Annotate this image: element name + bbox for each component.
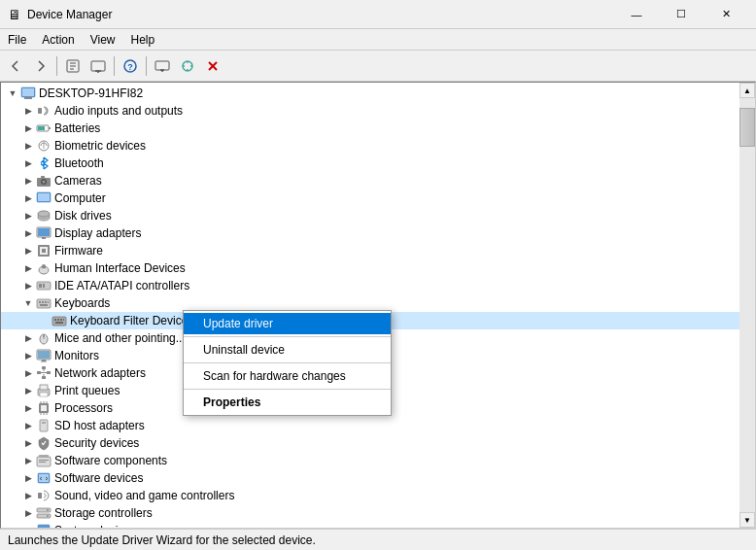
help-button[interactable]: ? (119, 54, 142, 78)
list-item[interactable]: ▶ Storage controllers (1, 504, 739, 522)
list-item[interactable]: ▶ Software components (1, 452, 739, 469)
item-label: Processors (54, 401, 113, 415)
list-item[interactable]: ▶ Biometric devices (1, 137, 739, 155)
list-item[interactable]: ▶ Cameras (1, 172, 739, 189)
expand-icon: ▶ (20, 278, 36, 293)
properties-label: Properties (203, 395, 260, 409)
expand-icon: ▶ (20, 103, 36, 119)
tree-root[interactable]: ▼ DESKTOP-91HFI82 (1, 85, 739, 102)
menu-view[interactable]: View (83, 31, 123, 49)
scrollbar[interactable]: ▲ ▼ (739, 83, 755, 528)
hid-icon (36, 260, 52, 276)
scan-changes-button[interactable] (176, 54, 199, 78)
status-text: Launches the Update Driver Wizard for th… (8, 533, 316, 547)
svg-rect-49 (48, 301, 49, 303)
item-label: Sound, video and game controllers (54, 489, 234, 502)
expand-icon: ▶ (20, 418, 36, 433)
forward-button[interactable] (29, 54, 52, 78)
svg-rect-46 (39, 301, 41, 303)
app-icon: 🖥 (8, 7, 21, 22)
system-icon (36, 523, 52, 529)
item-label: Storage controllers (54, 506, 153, 520)
context-menu-update-driver[interactable]: Update driver (184, 313, 391, 334)
close-button[interactable]: ✕ (704, 0, 748, 29)
list-item[interactable]: ▶ Batteries (1, 120, 739, 137)
list-item[interactable]: ▶ System devices (1, 522, 739, 529)
menu-file[interactable]: File (0, 31, 34, 49)
svg-rect-16 (24, 97, 32, 99)
expand-icon: ▶ (20, 400, 36, 416)
tree-root-label: DESKTOP-91HFI82 (39, 86, 143, 100)
item-label: SD host adapters (54, 419, 145, 432)
scroll-up-button[interactable]: ▲ (739, 83, 755, 98)
svg-rect-87 (39, 460, 49, 461)
monitor-icon (36, 348, 52, 363)
item-label: Security devices (54, 436, 139, 450)
update-driver-label: Update driver (203, 317, 273, 330)
remove-device-button[interactable] (201, 54, 224, 78)
menu-action[interactable]: Action (34, 31, 82, 49)
expand-icon: ▼ (20, 295, 36, 311)
context-menu-scan[interactable]: Scan for hardware changes (184, 365, 391, 387)
display-devices-button[interactable] (151, 54, 174, 78)
list-item[interactable]: ▶ Sound, video and game controllers (1, 487, 739, 504)
back-button[interactable] (4, 54, 27, 78)
list-item[interactable]: ▶ Audio inputs and outputs (1, 102, 739, 120)
svg-point-97 (41, 528, 47, 529)
svg-rect-53 (57, 319, 59, 321)
item-label: Disk drives (54, 209, 112, 223)
item-label: Computer (54, 191, 106, 205)
scrollbar-thumb[interactable] (739, 108, 755, 147)
tree-view[interactable]: ▼ DESKTOP-91HFI82 ▶ Audio inputs and out… (0, 82, 756, 529)
toolbar-sep-2 (114, 56, 115, 76)
list-item[interactable]: ▶ Human Interface Devices (1, 259, 739, 277)
svg-point-94 (47, 509, 49, 511)
list-item[interactable]: ▶ Display adapters (1, 224, 739, 242)
software-comp-icon (36, 453, 52, 468)
toolbar-sep-3 (146, 56, 147, 76)
expand-icon: ▶ (20, 505, 36, 521)
toolbar-sep-1 (56, 56, 57, 76)
expand-icon: ▶ (20, 138, 36, 154)
list-item[interactable]: ▶ IDE ATA/ATAPI controllers (1, 277, 739, 294)
context-menu-properties[interactable]: Properties (184, 392, 391, 413)
status-bar: Launches the Update Driver Wizard for th… (0, 529, 756, 550)
scrollbar-track[interactable] (739, 98, 755, 512)
context-menu-uninstall[interactable]: Uninstall device (184, 339, 391, 361)
menu-help[interactable]: Help (123, 31, 163, 49)
update-driver-button[interactable] (86, 54, 110, 78)
svg-rect-83 (40, 420, 48, 431)
maximize-button[interactable]: ☐ (659, 0, 704, 29)
svg-rect-54 (60, 319, 62, 321)
svg-rect-86 (39, 455, 49, 458)
item-label: Firmware (54, 244, 103, 258)
list-item[interactable]: ▶ Security devices (1, 434, 739, 452)
svg-rect-43 (39, 284, 42, 288)
expand-icon: ▶ (20, 453, 36, 468)
list-item[interactable]: ▶ Firmware (1, 242, 739, 259)
list-item[interactable]: ▶ Software devices (1, 469, 739, 487)
svg-rect-50 (40, 304, 48, 306)
svg-rect-55 (63, 319, 64, 321)
properties-button[interactable] (61, 54, 85, 78)
list-item[interactable]: ▶ Bluetooth (1, 155, 739, 172)
minimize-button[interactable]: — (614, 0, 659, 29)
list-item[interactable]: ▶ Disk drives (1, 207, 739, 224)
mouse-icon (36, 330, 52, 346)
svg-rect-29 (38, 193, 50, 201)
keyboard-icon (36, 295, 52, 311)
item-label: Cameras (54, 174, 102, 188)
toolbar: ? (0, 51, 756, 82)
list-item[interactable]: ▶ Computer (1, 189, 739, 207)
item-label: Display adapters (54, 226, 141, 240)
context-menu-separator-3 (184, 389, 391, 390)
list-item[interactable]: ▶ SD host adapters (1, 417, 739, 434)
svg-rect-84 (42, 422, 46, 424)
scroll-down-button[interactable]: ▼ (739, 512, 755, 528)
title-bar: 🖥 Device Manager — ☐ ✕ (0, 0, 756, 29)
back-icon (8, 58, 23, 74)
svg-point-32 (38, 211, 50, 217)
computer-icon (20, 86, 36, 101)
svg-rect-17 (22, 88, 34, 96)
biometric-icon (36, 138, 52, 154)
